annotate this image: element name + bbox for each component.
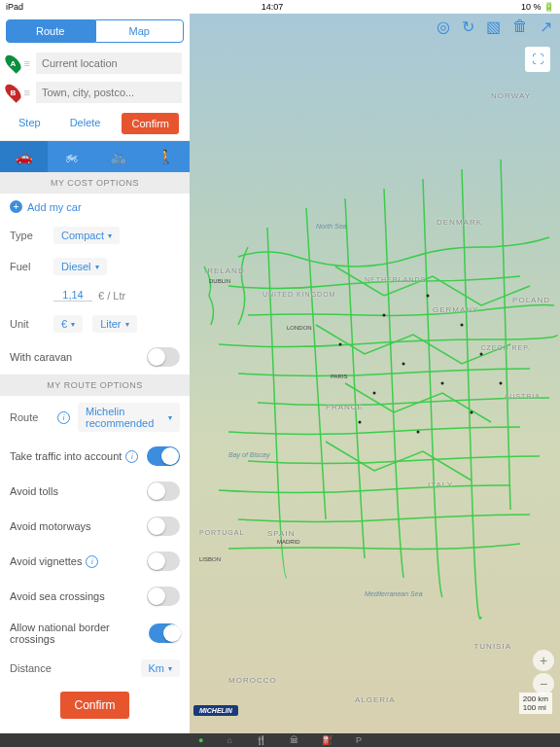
country-label: SPAIN [267,529,295,538]
poi-parking-icon[interactable]: P [356,735,362,745]
sea-label: Mediterranean Sea [365,590,423,597]
border-label: Allow national border crossings [10,622,149,645]
volume-dropdown[interactable]: Liter [92,315,136,333]
sea-label: Avoid sea crossings [10,590,105,602]
fullscreen-button[interactable]: ⛶ [525,47,550,72]
bottom-toolbar: ● ⌂ 🍴 🏛 ⛽ P [0,733,560,747]
pin-b-icon: B [2,82,23,103]
country-label: NETHERLANDS [365,276,426,283]
route-section-header: MY ROUTE OPTIONS [0,374,190,396]
country-label: MOROCCO [228,676,277,685]
svg-point-3 [461,324,464,327]
traffic-label: Take traffic into account [10,450,122,462]
history-icon[interactable]: ↻ [462,18,474,36]
zoom-in-button[interactable]: + [533,650,554,671]
plus-icon: + [10,200,22,213]
mode-motorcycle[interactable]: 🏍 [48,141,95,172]
zoom-out-button[interactable]: − [533,673,554,694]
mode-car[interactable]: 🚗 [0,141,48,172]
city-label: LISBON [199,556,221,562]
clock: 14:07 [262,2,284,12]
svg-point-9 [417,431,420,434]
svg-point-8 [359,421,362,424]
confirm-route-button[interactable]: Confirm [60,692,128,719]
city-label: PARIS [331,374,348,379]
step-button[interactable]: Step [11,113,49,134]
svg-point-11 [500,382,503,385]
tolls-toggle[interactable] [147,481,180,501]
michelin-logo: MICHELIN [193,705,238,716]
vignettes-toggle[interactable] [147,551,180,571]
route-label: Route [10,411,53,423]
poi-restaurant-icon[interactable]: 🍴 [256,735,266,745]
add-car-link[interactable]: Add my car [27,201,82,213]
svg-point-5 [373,392,376,395]
tab-route[interactable]: Route [6,19,95,43]
sea-toggle[interactable] [147,587,180,606]
country-label: POLAND [512,296,550,304]
mode-bike[interactable]: 🚲 [95,141,143,172]
type-label: Type [10,230,53,241]
city-label: LONDON [287,325,312,331]
share-icon[interactable]: ↗ [540,18,552,36]
info-icon[interactable]: i [125,450,138,463]
fuel-label: Fuel [10,261,53,272]
poi-traffic-icon[interactable]: ● [198,735,203,745]
motorways-label: Avoid motorways [10,520,91,532]
origin-input[interactable] [36,53,182,74]
road-network [190,14,560,733]
svg-point-6 [441,382,444,385]
route-type-dropdown[interactable]: Michelin recommended [78,403,180,432]
cost-section-header: MY COST OPTIONS [0,172,190,194]
pin-a-icon: A [2,53,23,74]
mode-walk[interactable]: 🚶 [142,141,190,172]
sea-label: North Sea [316,223,347,230]
confirm-button[interactable]: Confirm [122,113,179,134]
vignettes-label: Avoid vignettes [10,555,82,567]
country-label: ALGERIA [355,695,396,704]
sidebar: Route Map A ≡ B ≡ Step Delete Confirm 🚗 … [0,14,190,733]
border-toggle[interactable] [149,623,180,643]
unit-label: Unit [10,318,53,330]
motorways-toggle[interactable] [147,516,180,536]
map[interactable]: ◎ ↻ ▧ 🗑 ↗ ⛶ [190,14,560,733]
city-label: DUBLIN [209,278,230,284]
caravan-label: With caravan [10,351,72,363]
info-icon[interactable]: i [86,555,98,568]
type-dropdown[interactable]: Compact [53,227,120,244]
svg-point-2 [427,295,430,298]
poi-sight-icon[interactable]: 🏛 [290,735,298,745]
trash-icon[interactable]: 🗑 [512,18,528,36]
currency-dropdown[interactable]: € [53,315,83,333]
delete-button[interactable]: Delete [62,113,109,134]
country-label: GERMANY [433,305,478,314]
city-label: MADRID [277,539,300,545]
poi-hotel-icon[interactable]: ⌂ [227,735,231,745]
scale-bar: 200 km100 mi [519,693,552,714]
caravan-toggle[interactable] [147,347,180,367]
country-label: NORWAY [491,91,531,100]
distance-label: Distance [10,662,141,674]
tab-map[interactable]: Map [95,19,185,43]
traffic-toggle[interactable] [147,446,180,466]
info-icon[interactable]: i [57,411,70,424]
locate-icon[interactable]: ◎ [437,18,450,36]
poi-fuel-icon[interactable]: ⛽ [322,735,332,745]
price-input[interactable] [53,289,92,302]
svg-point-1 [383,314,386,317]
battery-label: 10 % 🔋 [521,2,554,12]
country-label: UNITED KINGDOM [262,291,335,298]
country-label: PORTUGAL [199,529,244,536]
distance-dropdown[interactable]: Km [141,659,181,677]
country-label: FRANCE [326,403,364,411]
destination-input[interactable] [36,82,182,103]
fuel-dropdown[interactable]: Diesel [53,258,107,275]
svg-point-7 [480,353,483,356]
country-label: DENMARK [437,218,482,227]
price-unit-label: € / Ltr [98,290,125,302]
device-label: iPad [6,2,23,12]
layers-icon[interactable]: ▧ [486,18,501,36]
svg-point-0 [339,343,342,346]
country-label: CZECH REP. [481,344,532,351]
country-label: TUNISIA [473,642,511,651]
